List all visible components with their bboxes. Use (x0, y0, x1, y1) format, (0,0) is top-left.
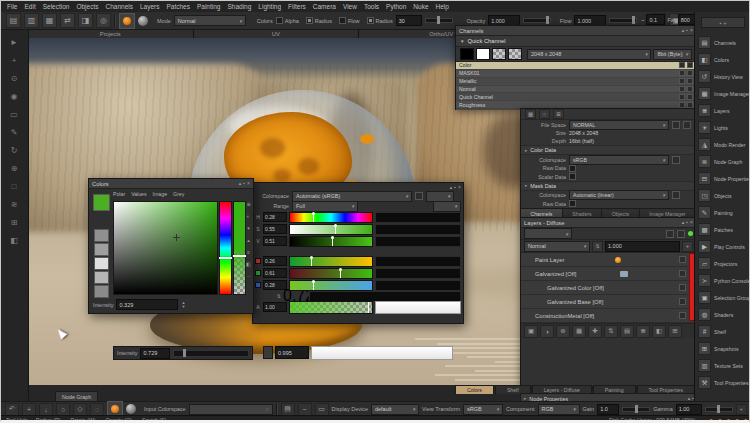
mask-colorspace-dropdown[interactable]: Automatic (linear)▾ (569, 190, 669, 200)
channel-list-item[interactable]: MASK01 (456, 70, 696, 78)
settings-icon[interactable] (415, 192, 423, 200)
settings-icon[interactable] (677, 230, 685, 238)
layer-visibility-icon[interactable] (679, 298, 686, 305)
hue-strip[interactable] (219, 201, 232, 295)
layer-op-icon[interactable]: ⇅ (604, 325, 618, 338)
toolbar-checkbox[interactable]: Alpha (276, 17, 299, 24)
intensity-slider[interactable] (173, 350, 249, 357)
channel-menu-icon[interactable] (687, 86, 693, 92)
tool-icon[interactable]: ▭ (10, 111, 18, 119)
channel-list-item[interactable]: Quick Channel (456, 93, 696, 101)
alpha-field[interactable]: 0.995 (275, 346, 309, 359)
picker-option-icon[interactable]: ▾ (247, 225, 250, 231)
sidebar-dock-button[interactable]: ▪ + (701, 17, 745, 28)
value-slider[interactable] (289, 236, 373, 247)
menu-item[interactable]: Python (386, 3, 406, 10)
tool-icon[interactable]: ✎ (11, 129, 18, 137)
reset-icon[interactable] (672, 156, 680, 164)
tool-icon[interactable]: + (12, 57, 17, 65)
channel-list-item[interactable]: Normal (456, 86, 696, 94)
picker-option-icon[interactable]: ◧ (246, 261, 251, 267)
palette-sidebar-item[interactable]: ⊞ Snapshots (695, 340, 750, 357)
tool-icon[interactable]: ⊕ (11, 165, 18, 173)
drag-handle[interactable] (263, 346, 273, 359)
layer-op-icon[interactable]: ◑ (540, 325, 554, 338)
palette-sidebar-item[interactable]: ≻ Python Console (695, 272, 750, 289)
layer-amount-field[interactable]: 1.000 (605, 241, 680, 252)
green-slider[interactable] (289, 268, 373, 279)
value-value-field[interactable]: 0.51 (263, 236, 287, 246)
menu-item[interactable]: Patches (166, 3, 190, 10)
radius-slider[interactable] (425, 18, 453, 23)
picker-tab[interactable]: Polar (113, 191, 125, 197)
toolbar-checkbox[interactable]: Radius (306, 17, 332, 24)
palette-sidebar-item[interactable]: # Shelf (695, 323, 750, 340)
minimize-icon[interactable]: ▴ (239, 181, 242, 186)
reset-icon[interactable] (672, 191, 680, 199)
dock-icon[interactable]: ▪ (243, 181, 245, 186)
toolbar-icon[interactable]: ▥ (24, 13, 39, 28)
component-dropdown[interactable]: RGB▾ (538, 404, 580, 415)
red-value-field[interactable]: 0.26 (263, 256, 287, 266)
close-icon[interactable]: × (247, 181, 250, 186)
layer-row[interactable]: Galvanized [Off] (521, 267, 696, 281)
palette-sidebar-item[interactable]: ⚒ Tool Properties (695, 374, 750, 391)
picker-option-icon[interactable]: ◐ (247, 213, 250, 219)
gamma-field[interactable]: 1.00 (676, 404, 702, 415)
red-readout[interactable] (375, 256, 461, 267)
alpha-readout[interactable] (375, 301, 461, 314)
colorspace-dropdown[interactable]: sRGB▾ (569, 155, 669, 165)
layer-op-icon[interactable]: ▤ (620, 325, 634, 338)
gain-field[interactable]: 1.0 (597, 404, 619, 415)
menu-item[interactable]: Filters (288, 3, 306, 10)
palette-sidebar-item[interactable]: ▩ Patches (695, 221, 750, 238)
layer-op-icon[interactable]: ⊞ (668, 325, 682, 338)
reset-icon[interactable] (672, 121, 680, 129)
hue-value-field[interactable]: 0.28 (263, 212, 287, 222)
menu-item[interactable]: Objects (76, 3, 98, 10)
channel-size-dropdown[interactable]: 2048 x 2048▾ (527, 49, 651, 60)
swap-icon[interactable]: ⇅ (255, 293, 281, 299)
channel-list-item[interactable]: Metallic (456, 78, 696, 86)
channels-palette-titlebar[interactable]: Channels ▴ ▪ × (456, 26, 696, 36)
pattern-swatch[interactable] (508, 48, 522, 60)
channel-menu-icon[interactable] (687, 94, 693, 100)
alpha-value-field[interactable]: 1.00 (263, 302, 287, 312)
tool-icon[interactable]: ≋ (11, 201, 18, 209)
menu-item[interactable]: File (7, 3, 17, 10)
tool-icon[interactable]: ⊙ (11, 75, 18, 83)
menu-item[interactable]: Edit (24, 3, 35, 10)
black-swatch[interactable] (460, 48, 474, 60)
picker-tab[interactable]: Grey (173, 191, 184, 197)
hue-slider[interactable] (289, 212, 373, 223)
channel-menu-icon[interactable] (687, 62, 693, 68)
status-light-icon[interactable]: ● (744, 417, 748, 423)
shader-ball-icon[interactable] (126, 404, 136, 414)
tool-icon[interactable]: ↻ (11, 147, 18, 155)
transform-icon[interactable]: ◌ (90, 403, 104, 416)
picker-option-icon[interactable]: ⋯ (246, 273, 251, 279)
filter-icon[interactable] (666, 230, 674, 238)
minimize-icon[interactable]: ▴ (450, 185, 453, 190)
saturation-slider[interactable] (289, 224, 373, 235)
layer-visibility-icon[interactable] (679, 270, 686, 277)
menu-item[interactable]: Layers (140, 3, 160, 10)
layer-visibility-icon[interactable] (679, 284, 686, 291)
viewport-tab[interactable]: UV (194, 29, 360, 38)
layer-visibility-icon[interactable] (679, 312, 686, 319)
viewport-tab[interactable]: Projects (28, 29, 194, 38)
dock-icon[interactable]: ▪ (454, 185, 456, 190)
dock-icon[interactable]: ▪ (686, 28, 688, 33)
palette-sidebar-item[interactable]: ☀ Lights (695, 119, 750, 136)
paint-tool-button[interactable] (119, 13, 135, 29)
menu-item[interactable]: Shading (227, 3, 251, 10)
channel-flag-icon[interactable] (679, 86, 685, 92)
palette-sidebar-item[interactable]: ◳ Objects (695, 187, 750, 204)
close-icon[interactable]: × (690, 220, 693, 225)
layer-op-icon[interactable]: ✚ (588, 325, 602, 338)
layer-row[interactable]: ConstructionMetal [Off] (521, 309, 696, 323)
dock-icon[interactable]: ▪ (686, 220, 688, 225)
tool-icon[interactable]: ► (10, 39, 18, 47)
palette-sidebar-item[interactable]: ◮ Modo Render (695, 136, 750, 153)
input-colorspace-dropdown[interactable]: ○ (189, 404, 273, 415)
